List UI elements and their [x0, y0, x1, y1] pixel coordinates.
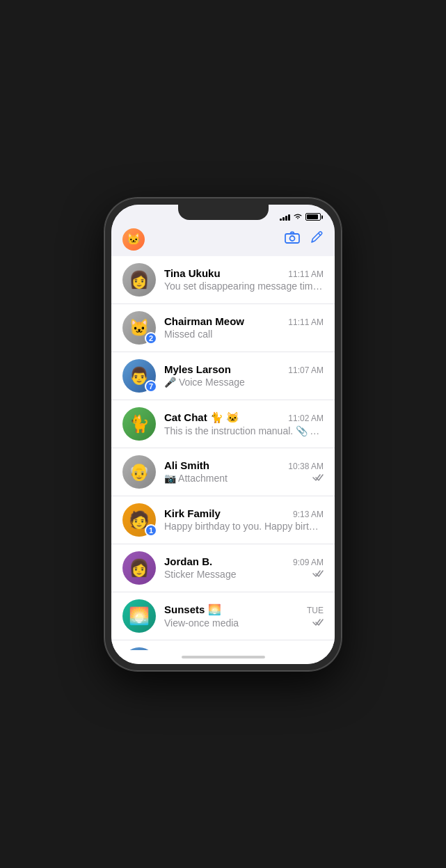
conv-content-6: Kirk Family9:13 AMHappy birthday to you.… — [164, 507, 324, 532]
conv-content-5: Ali Smith10:38 AM📷 Attachment — [164, 459, 324, 484]
battery-icon — [305, 213, 321, 221]
avatar-7: 👩 — [122, 551, 156, 585]
avatar-wrap-3: 👨7 — [122, 359, 156, 393]
avatar-wrap-8: 🌅 — [122, 599, 156, 633]
avatar-wrap-7: 👩 — [122, 551, 156, 585]
avatar-wrap-1: 👩 — [122, 263, 156, 297]
app-header: 🐱 — [111, 224, 335, 256]
conv-time-4: 11:02 AM — [288, 413, 324, 423]
user-avatar-emoji: 🐱 — [127, 232, 141, 246]
status-icons — [280, 213, 321, 221]
conv-preview-6: Happy birthday to you. Happy birthda... — [164, 521, 324, 532]
avatar-emoji-7: 👩 — [122, 551, 156, 585]
conv-top-3: Myles Larson11:07 AM — [164, 363, 324, 375]
conv-status-icon-8 — [312, 617, 324, 629]
conversation-item-8[interactable]: 🌅Sunsets 🌅TUEView-once media — [111, 592, 335, 640]
conv-content-1: Tina Ukuku11:11 AMYou set disappearing m… — [164, 267, 324, 292]
conv-top-8: Sunsets 🌅TUE — [164, 603, 324, 616]
conversation-item-9[interactable]: 🧗🧗 Rock ClimbersTUEWhich route should we… — [111, 640, 335, 650]
conversation-item-3[interactable]: 👨7Myles Larson11:07 AM🎤 Voice Message — [111, 352, 335, 400]
avatar-emoji-5: 👴 — [122, 455, 156, 489]
conv-name-3: Myles Larson — [164, 363, 231, 375]
conv-time-2: 11:11 AM — [288, 317, 324, 327]
conv-name-1: Tina Ukuku — [164, 267, 221, 279]
camera-button[interactable] — [285, 231, 300, 247]
avatar-wrap-2: 🐱2 — [122, 311, 156, 345]
conv-top-4: Cat Chat 🐈 🐱11:02 AM — [164, 411, 324, 424]
svg-rect-0 — [285, 234, 299, 243]
conv-time-5: 10:38 AM — [288, 461, 324, 471]
phone-screen: 🐱 — [111, 205, 335, 664]
conv-name-2: Chairman Meow — [164, 315, 244, 327]
conv-preview-2: Missed call — [164, 329, 324, 340]
conv-preview-3: 🎤 Voice Message — [164, 377, 324, 388]
conv-top-5: Ali Smith10:38 AM — [164, 459, 324, 471]
avatar-wrap-5: 👴 — [122, 455, 156, 489]
conv-preview-5: 📷 Attachment — [164, 473, 324, 484]
conv-preview-4: This is the instruction manual. 📎 Attac.… — [164, 425, 324, 436]
conv-name-6: Kirk Family — [164, 507, 221, 519]
conv-preview-text-1: You set disappearing message time to 1..… — [164, 281, 324, 292]
conv-preview-text-4: This is the instruction manual. 📎 Attac.… — [164, 425, 324, 436]
conv-time-1: 11:11 AM — [288, 269, 324, 279]
avatar-wrap-4: 🐈 — [122, 407, 156, 441]
conv-time-3: 11:07 AM — [288, 365, 324, 375]
conv-name-7: Jordan B. — [164, 555, 212, 567]
conv-name-5: Ali Smith — [164, 459, 209, 471]
conv-content-3: Myles Larson11:07 AM🎤 Voice Message — [164, 363, 324, 388]
conversation-list: 👩Tina Ukuku11:11 AMYou set disappearing … — [111, 256, 335, 650]
conv-preview-text-7: Sticker Message — [164, 569, 308, 580]
conv-preview-text-3: 🎤 Voice Message — [164, 377, 324, 388]
unread-badge-6: 1 — [145, 524, 157, 537]
user-avatar[interactable]: 🐱 — [122, 228, 145, 251]
conv-name-4: Cat Chat 🐈 🐱 — [164, 411, 239, 424]
avatar-emoji-8: 🌅 — [122, 599, 156, 633]
header-actions — [285, 230, 324, 248]
conv-content-7: Jordan B.9:09 AMSticker Message — [164, 555, 324, 580]
conv-status-icon-5 — [312, 473, 324, 484]
conversation-item-1[interactable]: 👩Tina Ukuku11:11 AMYou set disappearing … — [111, 256, 335, 304]
avatar-wrap-6: 🧑1 — [122, 503, 156, 537]
conversation-item-2[interactable]: 🐱2Chairman Meow11:11 AMMissed call — [111, 304, 335, 352]
notch — [178, 205, 269, 220]
conv-preview-text-5: 📷 Attachment — [164, 473, 308, 484]
phone-frame: 🐱 — [104, 198, 342, 671]
avatar-wrap-9: 🧗 — [122, 647, 156, 650]
conv-time-8: TUE — [307, 606, 324, 615]
conversation-item-7[interactable]: 👩Jordan B.9:09 AMSticker Message — [111, 544, 335, 592]
conv-preview-8: View-once media — [164, 617, 324, 629]
unread-badge-2: 2 — [145, 332, 157, 345]
avatar-5: 👴 — [122, 455, 156, 489]
avatar-emoji-1: 👩 — [122, 263, 156, 297]
conv-preview-text-8: View-once media — [164, 617, 308, 629]
conv-content-2: Chairman Meow11:11 AMMissed call — [164, 315, 324, 340]
conv-time-7: 9:09 AM — [293, 558, 324, 567]
conv-content-8: Sunsets 🌅TUEView-once media — [164, 603, 324, 629]
avatar-emoji-4: 🐈 — [122, 407, 156, 441]
conversation-item-6[interactable]: 🧑1Kirk Family9:13 AMHappy birthday to yo… — [111, 496, 335, 544]
home-bar — [182, 656, 265, 658]
compose-button[interactable] — [310, 230, 324, 248]
svg-point-1 — [290, 236, 295, 241]
conv-preview-7: Sticker Message — [164, 569, 324, 580]
conversation-item-4[interactable]: 🐈Cat Chat 🐈 🐱11:02 AMThis is the instruc… — [111, 400, 335, 448]
wifi-icon — [293, 213, 303, 221]
conv-time-6: 9:13 AM — [293, 510, 324, 519]
conv-content-4: Cat Chat 🐈 🐱11:02 AMThis is the instruct… — [164, 411, 324, 436]
avatar-emoji-9: 🧗 — [122, 647, 156, 650]
conversation-item-5[interactable]: 👴Ali Smith10:38 AM📷 Attachment — [111, 448, 335, 496]
conv-status-icon-7 — [312, 569, 324, 580]
conv-name-8: Sunsets 🌅 — [164, 603, 221, 616]
signal-bars-icon — [280, 214, 290, 221]
conv-preview-text-2: Missed call — [164, 329, 324, 340]
home-indicator — [111, 650, 335, 664]
conv-preview-1: You set disappearing message time to 1..… — [164, 281, 324, 292]
unread-badge-3: 7 — [145, 380, 157, 393]
conv-preview-text-6: Happy birthday to you. Happy birthda... — [164, 521, 324, 532]
conv-top-2: Chairman Meow11:11 AM — [164, 315, 324, 327]
conv-top-7: Jordan B.9:09 AM — [164, 555, 324, 567]
conv-top-6: Kirk Family9:13 AM — [164, 507, 324, 519]
conv-top-1: Tina Ukuku11:11 AM — [164, 267, 324, 279]
avatar-9: 🧗 — [122, 647, 156, 650]
avatar-1: 👩 — [122, 263, 156, 297]
